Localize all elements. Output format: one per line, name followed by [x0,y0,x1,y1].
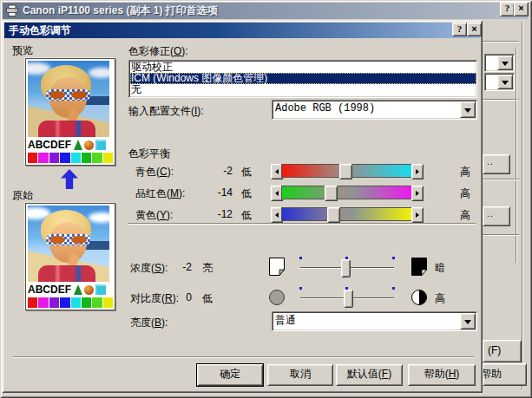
slider-right-arrow[interactable] [411,186,424,201]
high-contrast-icon [410,289,428,309]
color-swatch [82,297,91,308]
yellow-value: -12 [179,208,233,220]
preview-label: 预览 [12,43,33,58]
help-button[interactable]: 帮助(H) [408,364,476,386]
cancel-button[interactable]: 取消 [267,364,333,386]
input-profile-combobox[interactable]: Adobe RGB (1998) [272,100,477,120]
contrast-slider-thumb[interactable] [344,290,353,308]
density-value: -2 [138,261,192,273]
dropdown-arrow-icon[interactable] [497,55,513,70]
background-defaults-button-partial[interactable]: (F) [483,340,522,362]
dialog-titlebar: 手动色彩调节 [4,23,480,38]
section-separator [128,223,476,225]
up-arrow-icon [61,169,78,189]
button-separator [13,356,474,358]
preview-image-frame: ABCDEF [25,58,115,166]
original-photo [28,206,109,282]
list-item-none[interactable]: 无 [130,84,476,95]
sample-text: ABCDEF [28,139,71,151]
color-swatch-row [28,153,113,163]
manual-color-adjustment-dialog: 手动色彩调节 ? × 预览 ABCDEF 原始 [2,20,483,393]
cyan-label: 青色(C): [135,165,174,179]
color-swatch [60,153,69,163]
cube-icon [95,140,106,150]
cube-icon [95,284,106,295]
sphere-icon [84,140,94,150]
tick-dot [392,257,395,259]
low-label: 低 [241,186,252,201]
brightness-value: 普通 [275,314,459,329]
window-titlebar: Canon iP1100 series (副本 1) 打印首选项 [3,3,528,19]
dropdown-arrow-icon[interactable] [460,101,476,118]
background-groupbox-edge [516,48,517,263]
color-correction-listbox: 驱动校正 ICM (Windows 图像颜色管理) 无 [128,60,477,98]
dropdown-arrow-icon[interactable] [497,75,513,89]
sample-text: ABCDEF [28,284,71,296]
magenta-value: -14 [179,186,233,199]
brightness-label: 亮度(B): [130,316,167,330]
dropdown-arrow-icon[interactable] [460,313,476,329]
background-combobox[interactable] [484,73,515,91]
color-swatch [82,153,91,163]
list-item-icm[interactable]: ICM (Windows 图像颜色管理) [130,73,476,84]
color-swatch-row [28,297,113,308]
color-swatch [38,297,48,308]
cone-icon [74,140,82,150]
background-groupbox-edge [483,179,519,180]
input-profile-label: 输入配置文件(I): [128,104,204,119]
high-label: 高 [460,208,470,223]
contrast-row: 对比度(R): 0 低 高 [128,286,476,309]
magenta-slider[interactable] [271,186,424,199]
cyan-slider-thumb[interactable] [339,164,352,179]
yellow-slider-thumb[interactable] [327,207,340,223]
dialog-help-button[interactable]: ? [452,23,467,36]
tick-dot [392,287,395,290]
ok-button[interactable]: 确定 [197,364,263,386]
background-help-button-partial[interactable]: 帮助 [483,363,527,386]
light-page-icon [268,257,286,279]
low-label: 低 [202,291,213,306]
contrast-value: 0 [138,291,192,303]
sample-row: ABCDEF [28,283,113,297]
magenta-gradient-track[interactable] [281,186,415,199]
original-label: 原始 [12,188,33,203]
magenta-slider-thumb[interactable] [325,186,338,201]
window-title: Canon iP1100 series (副本 1) 打印首选项 [23,3,218,18]
list-item-driver-correction[interactable]: 驱动校正 [130,62,476,73]
color-swatch [92,297,102,308]
yellow-slider[interactable] [271,207,424,221]
color-correction-label: 色彩修正(O): [128,44,188,59]
brightness-combobox[interactable]: 普通 [272,311,477,331]
contrast-slider[interactable] [299,286,396,309]
sample-row: ABCDEF [28,138,113,152]
slider-right-arrow[interactable] [411,207,424,223]
window-close-button[interactable]: × [514,2,529,16]
window-help-button[interactable]: ? [500,2,515,16]
color-swatch [28,297,37,308]
input-profile-value: Adobe RGB (1998) [275,102,459,117]
density-slider[interactable] [299,256,396,278]
original-image-frame: ABCDEF [25,203,115,310]
background-ellipsis-button[interactable]: .. [483,206,510,226]
background-combobox[interactable] [484,54,515,72]
low-label: 低 [241,165,252,179]
cyan-slider[interactable] [271,164,424,178]
tick-dot [299,257,302,259]
background-groupbox-edge [483,41,519,42]
cone-icon [74,284,82,295]
slider-right-arrow[interactable] [411,164,424,179]
magenta-slider-row: 品红色(M): -14 低 高 [128,186,476,200]
color-swatch [28,153,37,163]
color-swatch [38,153,48,163]
dialog-title: 手动色彩调节 [9,23,71,38]
defaults-button[interactable]: 默认值(F) [336,364,403,386]
background-ellipsis-button[interactable]: .. [483,154,510,174]
density-slider-thumb[interactable] [341,259,351,277]
yellow-gradient-track[interactable] [281,207,415,221]
dialog-close-button[interactable]: × [467,23,482,36]
background-window-edge [522,22,523,389]
high-label: 高 [460,165,470,179]
color-swatch [49,297,59,308]
color-swatch [71,153,81,163]
dark-page-icon [410,257,428,279]
